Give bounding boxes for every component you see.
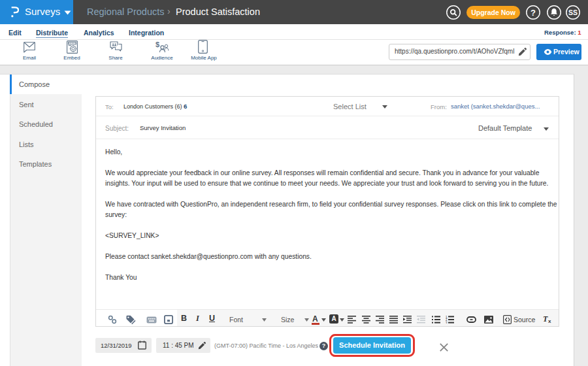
svg-text:$: $ <box>155 41 159 48</box>
svg-text:SS: SS <box>568 8 578 16</box>
svg-text:?: ? <box>531 8 536 18</box>
svg-text:3: 3 <box>446 322 448 324</box>
